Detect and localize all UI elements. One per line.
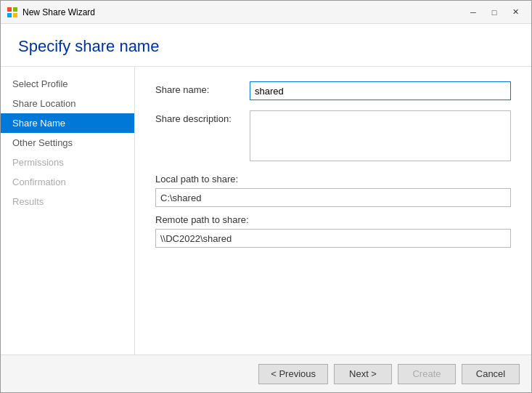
- sidebar-item-other-settings[interactable]: Other Settings: [1, 133, 134, 153]
- share-description-control: [250, 110, 511, 163]
- share-description-input[interactable]: [250, 110, 511, 161]
- remote-path-section: Remote path to share: \\DC2022\shared: [155, 214, 511, 248]
- sidebar-item-results: Results: [1, 192, 134, 211]
- sidebar-item-share-location[interactable]: Share Location: [1, 94, 134, 113]
- share-name-label: Share name:: [155, 81, 250, 95]
- footer: < Previous Next > Create Cancel: [1, 354, 531, 392]
- window-controls: ─ □ ✕: [463, 4, 525, 21]
- next-button[interactable]: Next >: [334, 364, 392, 384]
- content-area: Specify share name Select Profile Share …: [1, 24, 531, 354]
- previous-button[interactable]: < Previous: [258, 364, 328, 384]
- sidebar-item-select-profile[interactable]: Select Profile: [1, 74, 134, 94]
- sidebar-item-share-name[interactable]: Share Name: [1, 113, 134, 133]
- svg-rect-2: [7, 13, 12, 17]
- page-title: Specify share name: [18, 37, 514, 56]
- share-name-row: Share name:: [155, 81, 511, 100]
- remote-path-label: Remote path to share:: [155, 214, 511, 225]
- sidebar-item-permissions: Permissions: [1, 153, 134, 172]
- local-path-value: C:\shared: [155, 188, 511, 207]
- share-name-input[interactable]: [250, 81, 511, 100]
- sidebar: Select Profile Share Location Share Name…: [1, 67, 135, 354]
- svg-rect-1: [13, 7, 17, 12]
- maximize-button[interactable]: □: [484, 4, 504, 21]
- form-area: Share name: Share description: Local pat…: [135, 67, 531, 354]
- share-description-label: Share description:: [155, 110, 250, 124]
- minimize-button[interactable]: ─: [463, 4, 483, 21]
- share-name-control: [250, 81, 511, 100]
- window-title: New Share Wizard: [22, 7, 463, 17]
- title-bar: New Share Wizard ─ □ ✕: [1, 1, 531, 24]
- cancel-button[interactable]: Cancel: [462, 364, 520, 384]
- svg-rect-3: [13, 13, 17, 17]
- main-body: Select Profile Share Location Share Name…: [1, 67, 531, 354]
- share-description-row: Share description:: [155, 110, 511, 163]
- local-path-label: Local path to share:: [155, 174, 511, 185]
- svg-rect-0: [7, 7, 12, 12]
- app-icon: [7, 7, 18, 18]
- page-header: Specify share name: [1, 24, 531, 67]
- remote-path-value: \\DC2022\shared: [155, 229, 511, 248]
- sidebar-item-confirmation: Confirmation: [1, 172, 134, 192]
- create-button: Create: [398, 364, 456, 384]
- local-path-section: Local path to share: C:\shared: [155, 174, 511, 207]
- main-window: New Share Wizard ─ □ ✕ Specify share nam…: [0, 0, 532, 393]
- close-button[interactable]: ✕: [505, 4, 525, 21]
